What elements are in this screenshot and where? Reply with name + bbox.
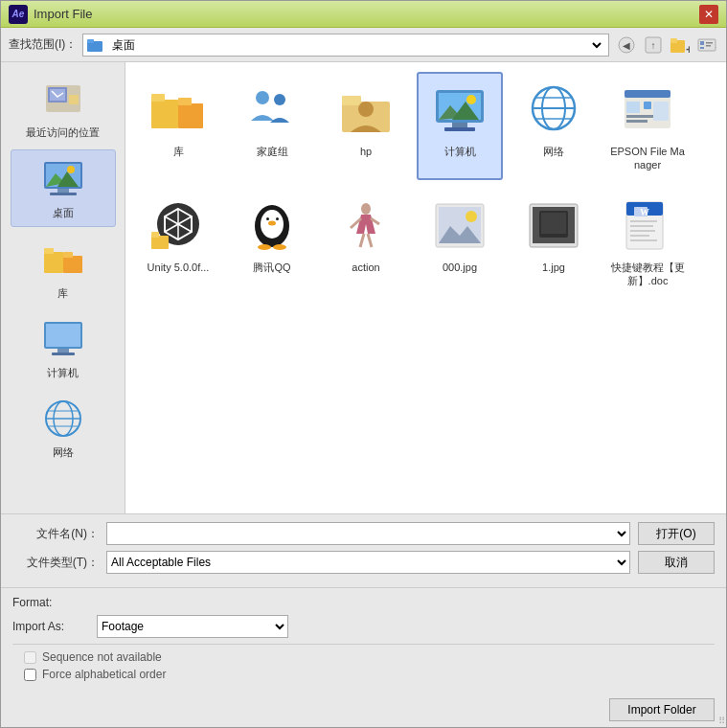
svg-point-82 [258,244,271,250]
file-label-jisuanji: 计算机 [444,145,476,158]
filename-label: 文件名(N)： [12,526,99,542]
svg-rect-65 [626,120,647,123]
filename-row: 文件名(N)： 打开(O) [12,522,715,545]
file-item-jisuanji[interactable]: 计算机 [417,72,503,180]
sidebar-item-network[interactable]: 网络 [11,390,116,466]
sequence-label: Sequence not available [42,650,162,664]
file-label-qq: 腾讯QQ [253,261,290,274]
sidebar-item-library[interactable]: 库 [11,231,116,307]
file-icon-1jpg [523,195,584,257]
folder-icon [87,37,102,53]
file-item-ku[interactable]: 库 [135,72,221,180]
file-icon-unity [148,195,209,257]
format-divider [12,644,715,645]
desktop-icon [40,156,86,202]
svg-rect-67 [653,102,669,121]
file-label-epson: EPSON File Manager [610,145,685,172]
location-label: 查找范围(I)： [9,36,77,53]
file-icon-doc: W [617,195,678,257]
location-dropdown[interactable]: 桌面 库 计算机 网络 [108,37,604,53]
back-button[interactable]: ◀ [615,34,638,57]
file-label-ku: 库 [173,145,184,158]
svg-rect-102 [630,225,653,227]
sequence-row: Sequence not available [12,650,715,664]
svg-rect-41 [178,103,203,128]
open-button[interactable]: 打开(O) [638,522,715,545]
svg-line-88 [368,234,372,247]
import-as-select[interactable]: Footage Composition Composition - Retain… [97,615,288,638]
filename-select[interactable] [107,522,629,545]
svg-rect-103 [630,230,655,232]
file-icon-000jpg [429,195,490,257]
file-item-action[interactable]: action [323,188,409,296]
file-icon-epson [617,80,678,141]
file-item-unity[interactable]: Unity 5.0.0f... [135,188,221,296]
svg-rect-46 [342,96,361,105]
file-label-doc: 快捷键教程【更新】.doc [610,261,685,288]
svg-rect-29 [63,252,73,258]
ae-app-icon: Ae [9,5,28,24]
format-section: Format: Import As: Footage Composition C… [1,587,726,693]
import-as-label: Import As: [12,620,89,633]
svg-rect-24 [57,189,69,193]
title-bar: Ae Import File ✕ [1,1,726,28]
svg-rect-13 [700,47,704,49]
svg-point-44 [274,94,285,105]
svg-rect-18 [69,95,79,104]
filetype-row: 文件类型(T)： All Acceptable Files All Files … [12,551,715,574]
up-button[interactable]: ↑ [642,34,665,57]
filename-field[interactable] [106,522,630,545]
svg-rect-64 [626,115,655,118]
svg-point-53 [466,95,476,104]
view-button[interactable]: ▼ [695,34,718,57]
file-label-hp: hp [360,145,372,158]
force-alpha-label: Force alphabetical order [42,668,166,681]
svg-rect-55 [444,127,475,131]
svg-rect-101 [630,220,657,222]
filetype-field[interactable]: All Acceptable Files All Files (*.*) [106,551,630,574]
file-item-qq[interactable]: 腾讯QQ [229,188,315,296]
cancel-button[interactable]: 取消 [638,551,715,574]
filetype-select[interactable]: All Acceptable Files All Files (*.*) [107,551,629,574]
file-icon-jiatingtzu [241,80,303,141]
svg-point-79 [266,217,269,220]
file-item-doc[interactable]: W 快捷键教程【更新】.doc [604,188,691,296]
import-file-dialog: Ae Import File ✕ 查找范围(I)： 桌面 库 计算机 网络 ◀ [0,0,727,728]
close-button[interactable]: ✕ [699,5,718,24]
sidebar-network-label: 网络 [53,445,74,460]
file-icon-wangluo [523,80,584,141]
svg-line-87 [360,234,364,247]
file-item-epson[interactable]: EPSON File Manager [604,72,691,180]
file-area[interactable]: 库 家庭组 [125,62,726,513]
file-item-hp[interactable]: hp [323,72,409,180]
sidebar-item-desktop[interactable]: 桌面 [11,149,116,227]
resize-handle[interactable]: ⠿ [718,716,725,726]
sidebar-item-recent[interactable]: 最近访问的位置 [11,70,116,146]
file-item-wangluo[interactable]: 网络 [511,72,597,180]
force-alpha-checkbox[interactable] [24,669,36,681]
location-selector[interactable]: 桌面 库 计算机 网络 [82,34,609,57]
format-row: Format: [12,596,715,609]
file-icon-ku [148,80,209,141]
file-item-1jpg[interactable]: 1.jpg [511,188,597,296]
sequence-checkbox[interactable] [24,651,36,664]
bottom-bar: 文件名(N)： 打开(O) 文件类型(T)： All Acceptable Fi… [1,513,726,587]
sidebar-item-computer[interactable]: 计算机 [11,310,116,386]
svg-rect-62 [625,90,670,98]
import-folder-button[interactable]: Import Folder [609,698,715,721]
svg-text:+: + [686,43,690,54]
svg-rect-73 [151,236,169,249]
file-label-unity: Unity 5.0.0f... [148,261,210,274]
svg-rect-26 [44,252,63,273]
file-item-000jpg[interactable]: 000.jpg [417,188,503,296]
file-icon-action [335,195,397,257]
svg-point-80 [276,217,279,220]
svg-rect-28 [63,256,82,273]
new-folder-button[interactable]: + [669,34,692,57]
import-as-row: Import As: Footage Composition Compositi… [12,615,715,638]
svg-rect-66 [644,102,651,109]
svg-point-23 [67,166,75,173]
file-item-jiatingtzu[interactable]: 家庭组 [229,72,315,180]
toolbar-icons: ◀ ↑ + [615,34,718,57]
file-icon-hp [335,80,397,141]
